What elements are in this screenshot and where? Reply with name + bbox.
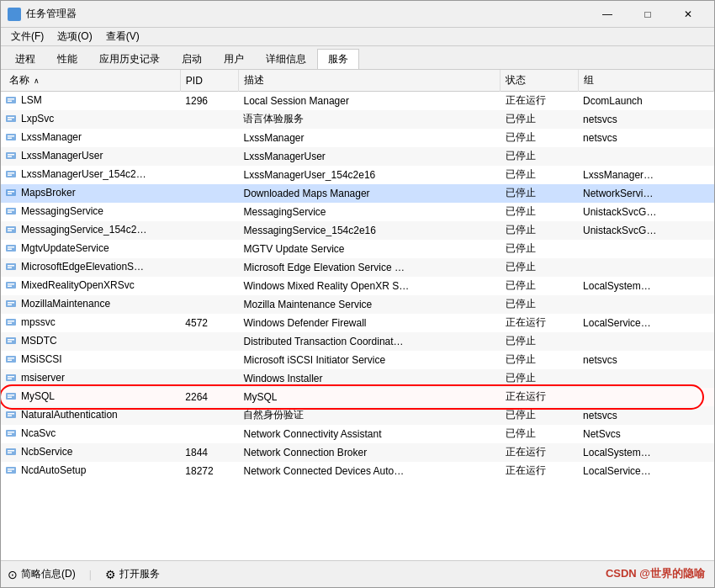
service-desc: Windows Defender Firewall [238, 314, 500, 332]
service-desc: LxssManager [238, 129, 500, 147]
table-row[interactable]: NaturalAuthentication自然身份验证已停止netsvcs [1, 406, 714, 425]
tab-启动[interactable]: 启动 [171, 49, 213, 69]
svg-rect-22 [6, 208, 16, 215]
table-row[interactable]: MgtvUpdateServiceMGTV Update Service已停止 [1, 240, 714, 258]
service-desc: Network Connectivity Assistant [238, 425, 500, 443]
col-header-group[interactable]: 组 [578, 70, 713, 92]
service-pid [180, 129, 238, 147]
table-row[interactable]: NcdAutoSetup18272Network Connected Devic… [1, 462, 714, 480]
service-pid [180, 332, 238, 351]
col-header-desc[interactable]: 描述 [238, 70, 500, 92]
tabs-bar: 进程性能应用历史记录启动用户详细信息服务 [1, 46, 714, 70]
sort-arrow-icon: ∧ [34, 77, 40, 85]
service-icon [4, 112, 18, 125]
table-row[interactable]: msiserverWindows Installer已停止 [1, 369, 714, 388]
svg-rect-46 [6, 356, 16, 363]
maximize-button[interactable]: □ [628, 1, 667, 28]
svg-rect-30 [8, 248, 12, 250]
service-name: LSM [21, 94, 42, 106]
tab-用户[interactable]: 用户 [213, 49, 255, 69]
service-group [578, 295, 713, 314]
services-icon: ⚙ [105, 568, 116, 581]
service-pid: 2264 [180, 388, 238, 406]
svg-rect-2 [9, 15, 13, 19]
svg-rect-63 [8, 452, 12, 453]
col-header-status[interactable]: 状态 [500, 70, 578, 92]
table-row[interactable]: mpssvc4572Windows Defender Firewall正在运行L… [1, 314, 714, 332]
svg-rect-33 [8, 267, 12, 268]
service-name: mpssvc [21, 316, 56, 328]
services-table-container[interactable]: 名称 ∧ PID 描述 状态 组 LSM1296Local Session Ma… [1, 70, 714, 560]
svg-rect-16 [6, 171, 16, 177]
tab-性能[interactable]: 性能 [46, 49, 88, 69]
table-row[interactable]: MapsBrokerDownloaded Maps Manager已停止Netw… [1, 184, 714, 203]
table-row[interactable]: MSDTCDistributed Transaction Coordinat…已… [1, 332, 714, 351]
svg-rect-27 [8, 230, 12, 231]
service-pid [180, 277, 238, 295]
svg-rect-43 [6, 337, 16, 344]
table-row[interactable]: MixedRealityOpenXRSvcWindows Mixed Reali… [1, 277, 714, 295]
service-icon [4, 241, 18, 255]
table-row[interactable]: LxssManagerUserLxssManagerUser已停止 [1, 147, 714, 166]
service-icon [4, 167, 18, 181]
service-status: 已停止 [500, 110, 578, 129]
service-group [578, 258, 713, 277]
summary-link[interactable]: ⊙ 简略信息(D) [8, 567, 76, 581]
menu-item-F[interactable]: 文件(F) [4, 28, 50, 45]
tab-详细信息[interactable]: 详细信息 [255, 49, 317, 69]
table-row[interactable]: NcbService1844Network Connection Broker正… [1, 443, 714, 462]
service-status: 正在运行 [500, 388, 578, 406]
service-status: 已停止 [500, 258, 578, 277]
svg-rect-4 [6, 97, 16, 103]
service-group: UnistackSvcG… [578, 221, 713, 240]
table-row[interactable]: MessagingService_154c2…MessagingService_… [1, 221, 714, 240]
table-row[interactable]: MozillaMaintenanceMozilla Maintenance Se… [1, 295, 714, 314]
service-desc: MessagingService_154c2e16 [238, 221, 500, 240]
summary-icon: ⊙ [8, 568, 18, 581]
tab-服务[interactable]: 服务 [317, 49, 359, 69]
svg-rect-18 [8, 174, 12, 176]
table-row[interactable]: LSM1296Local Session Manager正在运行DcomLaun… [1, 92, 714, 110]
table-header-row: 名称 ∧ PID 描述 状态 组 [1, 70, 714, 92]
service-name: NcbService [21, 446, 72, 458]
service-name: MySQL [21, 390, 55, 402]
menu-item-V[interactable]: 查看(V) [99, 28, 146, 45]
tab-应用历史记录[interactable]: 应用历史记录 [88, 49, 171, 69]
service-desc: 自然身份验证 [238, 406, 500, 425]
col-header-name[interactable]: 名称 ∧ [1, 70, 180, 92]
tab-进程[interactable]: 进程 [4, 49, 46, 69]
service-desc: Mozilla Maintenance Service [238, 295, 500, 314]
service-group: NetworkServi… [578, 184, 713, 203]
svg-rect-47 [8, 358, 14, 359]
menu-item-O[interactable]: 选项(O) [50, 28, 98, 45]
table-row[interactable]: MSiSCSIMicrosoft iSCSI Initiator Service… [1, 351, 714, 369]
service-group: UnistackSvcG… [578, 203, 713, 221]
table-row[interactable]: LxssManagerLxssManager已停止netsvcs [1, 129, 714, 147]
service-name: MozillaMaintenance [21, 298, 110, 310]
service-pid [180, 166, 238, 184]
service-desc: Distributed Transaction Coordinat… [238, 332, 500, 351]
service-icon [4, 389, 18, 403]
service-status: 正在运行 [500, 462, 578, 480]
svg-rect-41 [8, 320, 14, 322]
table-row[interactable]: LxpSvc语言体验服务已停止netsvcs [1, 110, 714, 129]
svg-rect-38 [8, 302, 14, 304]
table-row[interactable]: MySQL2264MySQL正在运行 [1, 388, 714, 406]
svg-rect-45 [8, 341, 12, 342]
minimize-button[interactable]: — [588, 1, 627, 28]
table-row[interactable]: NcaSvcNetwork Connectivity Assistant已停止N… [1, 425, 714, 443]
table-row[interactable]: MicrosoftEdgeElevationS…Microsoft Edge E… [1, 258, 714, 277]
svg-rect-59 [8, 432, 14, 433]
service-name: MessagingService_154c2… [21, 224, 146, 236]
service-status: 已停止 [500, 351, 578, 369]
service-name: MapsBroker [21, 187, 76, 199]
table-row[interactable]: MessagingServiceMessagingService已停止Unist… [1, 203, 714, 221]
col-header-pid[interactable]: PID [180, 70, 238, 92]
service-desc: Windows Mixed Reality OpenXR S… [238, 277, 500, 295]
service-name: NaturalAuthentication [21, 409, 118, 421]
service-group [578, 240, 713, 258]
service-name: msiserver [21, 372, 65, 384]
open-services-link[interactable]: ⚙ 打开服务 [105, 567, 160, 581]
table-row[interactable]: LxssManagerUser_154c2…LxssManagerUser_15… [1, 166, 714, 184]
close-button[interactable]: ✕ [669, 1, 707, 28]
